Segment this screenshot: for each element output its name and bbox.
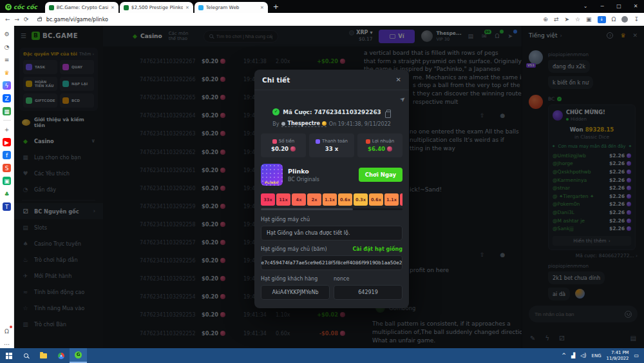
browser-tab[interactable]: $2,500 Prestige Plinko Challe✕ xyxy=(120,2,193,13)
clock-date: 11/9/2022 xyxy=(607,356,629,361)
download-badge-icon[interactable]: ↓ xyxy=(598,16,606,23)
tray-expand-icon[interactable]: ^ xyxy=(562,353,566,358)
zalo-icon[interactable]: Z xyxy=(3,94,11,103)
copy-icon[interactable] xyxy=(386,110,391,115)
tab-close-icon[interactable]: ✕ xyxy=(185,5,189,10)
coin-icon xyxy=(290,146,296,152)
maximize-button[interactable]: □ xyxy=(611,0,627,13)
rewards-icon[interactable]: ♛ xyxy=(3,68,11,77)
tab-title: $2,500 Prestige Plinko Challe xyxy=(131,5,183,10)
stat-thanh-toán: Thanh toán33 x xyxy=(309,133,354,157)
games-icon[interactable]: ▦ xyxy=(3,107,11,115)
start-button[interactable] xyxy=(0,348,17,363)
browser-tabbar: G cốc cốc BC.Game: Crypto Casino Gan✕$2,… xyxy=(0,0,644,13)
modal-close-icon[interactable]: ✕ xyxy=(396,76,401,83)
multiplier-scrollbar[interactable] xyxy=(261,208,402,210)
back-icon[interactable]: ← xyxy=(5,16,10,23)
settings-icon[interactable]: ⚙ xyxy=(3,30,11,38)
reading-list-icon[interactable]: ≡ xyxy=(3,55,11,64)
more-icon[interactable]: ⋯ xyxy=(3,340,11,348)
messenger-icon[interactable]: ϟ xyxy=(3,81,11,90)
translate-icon[interactable]: ⇄ xyxy=(554,16,559,23)
action-center-icon[interactable]: ▭ xyxy=(634,353,639,358)
bell-icon[interactable]: Ω xyxy=(3,327,11,335)
bet-id-value: 74762341103292263 xyxy=(314,109,381,115)
bet-id-label: Mã Cược: xyxy=(283,109,312,115)
multiplier-chip: 11x xyxy=(400,193,402,206)
player-link[interactable]: Thespectre xyxy=(281,121,326,127)
multiplier-chip: 4x xyxy=(292,193,306,206)
tab-close-icon[interactable]: ✕ xyxy=(111,5,115,10)
coccoc-taskbar-icon[interactable]: G xyxy=(70,348,87,363)
server-seed-label: Hạt giống máy chủ xyxy=(261,217,402,222)
client-seed-field: AkiA4YKKPJMYeNb xyxy=(261,285,330,300)
install-icon[interactable]: ⊕ xyxy=(543,16,548,23)
multiplier-chip: 0.3x xyxy=(354,193,368,206)
close-button[interactable]: ✕ xyxy=(627,0,644,13)
player-icon xyxy=(281,122,285,126)
seed-settings-link[interactable]: Cài đặt hạt giống xyxy=(352,246,402,252)
clock-time: 7:41 PM xyxy=(607,350,629,355)
youtube-icon[interactable]: ▶ xyxy=(3,138,11,146)
bcgame-favicon-icon xyxy=(49,5,54,10)
network-icon[interactable]: ▟ xyxy=(571,353,575,358)
bet-datetime: On 19:41:38, 9/11/2022 xyxy=(329,121,391,127)
coccoc-logo-icon: G xyxy=(5,4,12,10)
bookmark-star-icon[interactable]: ☆ xyxy=(575,16,580,23)
reload-icon[interactable]: ⟳ xyxy=(24,16,29,23)
taskbar-search-icon[interactable] xyxy=(17,348,35,363)
nonce-label: nonce xyxy=(334,276,349,282)
coccoc-brand: G cốc cốc xyxy=(0,4,45,13)
lock-icon xyxy=(37,18,42,21)
multiplier-chip: 1.1x xyxy=(384,193,399,206)
coin-icon xyxy=(387,146,392,152)
bet-stats: Số tiền$0.20Thanh toán33 xLợi nhuận$6.40 xyxy=(261,133,402,157)
stat-số-tiền: Số tiền$0.20 xyxy=(261,133,306,157)
thienhabet-icon[interactable]: T xyxy=(3,202,11,211)
browser-profile-avatar[interactable] xyxy=(621,16,628,23)
app-green-icon[interactable]: ▣ xyxy=(3,177,11,185)
plinko-thumbnail[interactable] xyxy=(261,164,283,186)
taskbar-clock[interactable]: 7:41 PM 11/9/2022 xyxy=(607,350,629,361)
new-tab-button[interactable]: + xyxy=(273,3,279,11)
multiplier-strip: 33x11x4x2x1.1x0.6x0.3x0.6x1.1x11x xyxy=(261,193,402,206)
modal-share-icon[interactable]: ➤ xyxy=(398,95,406,104)
server-seed-field: Hạt Giống vẫn chưa được tiết lộ. xyxy=(261,226,402,240)
url-text[interactable]: bc.game/vi/game/plinko xyxy=(46,17,539,23)
chrome-icon[interactable] xyxy=(52,348,70,363)
bell-icon[interactable]: Ω xyxy=(612,16,616,23)
minimize-button[interactable]: − xyxy=(594,0,611,13)
game-card: Plinko BC Originals Chơi Ngay xyxy=(261,164,402,186)
sidebar-divider xyxy=(3,120,11,121)
multiplier-chip: 33x xyxy=(261,193,275,206)
play-now-button[interactable]: Chơi Ngay xyxy=(359,168,402,182)
forward-icon[interactable]: → xyxy=(15,16,20,23)
game-provider: BC Originals xyxy=(288,177,319,182)
bcgame-favicon-icon xyxy=(124,5,129,10)
game-name: Plinko xyxy=(288,168,319,175)
history-icon[interactable]: ◔ xyxy=(3,43,11,51)
stat-lợi-nhuận: Lợi nhuận$6.40 xyxy=(357,133,402,157)
adblock-shield-icon[interactable]: ▣ xyxy=(586,16,592,23)
client-seed-label: Hạt giống khách hàng xyxy=(261,276,334,282)
share-icon[interactable]: ➤ xyxy=(564,16,569,23)
tab-close-icon[interactable]: ✕ xyxy=(260,5,264,10)
browser-addressbar: ← → ⟳ bc.game/vi/game/plinko ⊕ ⇄ ➤ ☆ ▣ ↓… xyxy=(0,13,644,26)
multiplier-chip: 0.6x xyxy=(369,193,383,206)
multiplier-chip: 11x xyxy=(276,193,290,206)
browser-tab[interactable]: BC.Game: Crypto Casino Gan✕ xyxy=(45,2,118,13)
addressbar-icons: ⊕ ⇄ ➤ ☆ ▣ ↓ Ω ↧ xyxy=(543,16,639,23)
coccoc-sidebar: ⚙◔≡♛ϟZ▦+▶fS▣♣TΩ⋯ xyxy=(0,26,14,348)
downloads-tray-icon[interactable]: ↧ xyxy=(634,16,639,23)
leaf-icon[interactable]: ♣ xyxy=(3,190,11,198)
browser-tab[interactable]: Telegram Web✕ xyxy=(194,2,268,13)
bet-details-modal: Chi tiết ✕ ➤ ✓ Mã Cược: 7476234110329226… xyxy=(254,70,409,308)
file-explorer-icon[interactable] xyxy=(35,348,52,363)
facebook-icon[interactable]: f xyxy=(3,151,11,159)
modal-title: Chi tiết xyxy=(262,76,290,84)
language-indicator[interactable]: ENG xyxy=(591,353,601,358)
volume-icon[interactable]: ◁) xyxy=(580,353,586,358)
add-icon[interactable]: + xyxy=(3,125,11,133)
shopee-icon[interactable]: S xyxy=(3,164,11,172)
tab-search-icon[interactable]: ⌄ xyxy=(577,0,594,13)
